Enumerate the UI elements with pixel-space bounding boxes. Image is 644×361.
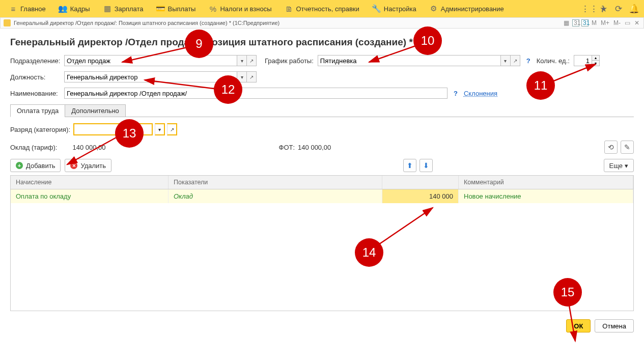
nav-nastroyka[interactable]: 🔧Настройка — [367, 0, 423, 17]
label-qty: Колич. ед.: — [537, 57, 570, 65]
chevron-down-icon: ▾ — [625, 162, 628, 170]
tab-extra[interactable]: Дополнительно — [65, 104, 126, 117]
qty-up-icon[interactable]: ▴ — [592, 55, 600, 61]
department-input[interactable] — [64, 55, 237, 66]
department-open-icon[interactable]: ↗ — [246, 55, 257, 66]
move-up-icon[interactable]: ⬆ — [403, 159, 416, 172]
people-icon: 👥 — [59, 5, 67, 13]
label-salary: Оклад (тариф): — [10, 144, 57, 151]
memory-mminus[interactable]: M- — [612, 19, 622, 26]
label-schedule: График работы: — [265, 57, 314, 65]
percent-icon: % — [209, 5, 217, 13]
more-button[interactable]: Еще▾ — [604, 159, 634, 172]
cancel-button[interactable]: Отмена — [595, 319, 634, 332]
schedule-input[interactable] — [318, 55, 501, 66]
doc-icon: 🗎 — [285, 5, 293, 13]
annotation-10: 10 — [413, 26, 442, 55]
label-position: Должность: — [10, 73, 60, 81]
nav-label: Главное — [20, 5, 46, 13]
cell-comment: Новое начисление — [459, 189, 633, 203]
position-input[interactable] — [64, 71, 237, 82]
calendar-icon[interactable]: 31 — [572, 19, 579, 26]
rank-open-icon[interactable]: ↗ — [167, 123, 177, 135]
col-comment: Комментарий — [459, 176, 633, 189]
col-accrual: Начисление — [11, 176, 169, 189]
schedule-dropdown-icon[interactable]: ▾ — [500, 55, 511, 66]
nav-label: Выплаты — [168, 5, 196, 13]
qty-input[interactable] — [574, 55, 592, 66]
qty-down-icon[interactable]: ▾ — [592, 61, 600, 66]
bell-icon[interactable]: 🔔 — [627, 4, 641, 14]
name-input[interactable] — [64, 88, 447, 99]
col-indicators: Показатели — [169, 176, 382, 189]
add-label: Добавить — [26, 162, 55, 170]
accrual-table: Начисление Показатели Комментарий Оплата… — [10, 175, 634, 311]
window-titlebar: Генеральный директор /Отдел продаж/: Поз… — [0, 17, 644, 29]
salary-value: 140 000,00 — [72, 144, 105, 151]
label-rank: Разряд (категория): — [10, 126, 70, 133]
annotation-11: 11 — [526, 71, 555, 100]
nav-label: Настройка — [384, 5, 416, 13]
label-fot: ФОТ: — [279, 144, 295, 151]
nav-label: Отчетность, справки — [296, 5, 359, 13]
label-name: Наименование: — [10, 90, 60, 97]
more-label: Еще — [609, 162, 623, 170]
menu-icon: ≡ — [9, 5, 17, 13]
nav-admin[interactable]: ⚙Администрирование — [424, 0, 510, 17]
annotation-15: 15 — [553, 278, 582, 307]
nav-nalogi[interactable]: %Налоги и взносы — [203, 0, 277, 17]
qty-spinner[interactable]: ▴▾ — [592, 55, 600, 66]
tab-pay[interactable]: Оплата труда — [10, 104, 65, 117]
window-minmax-icon[interactable]: ▭ — [624, 19, 631, 26]
sheet-icon[interactable]: ▦ — [563, 19, 570, 26]
calendar2-icon[interactable]: 31 — [581, 19, 589, 26]
name-help-icon[interactable]: ? — [452, 90, 460, 97]
nav-vyplaty[interactable]: 💳Выплаты — [151, 0, 202, 17]
declension-link[interactable]: Склонения — [464, 90, 497, 97]
star-icon[interactable]: ★ — [596, 4, 610, 14]
table-row[interactable]: Оплата по окладу Оклад 140 000 Новое нач… — [11, 189, 633, 203]
nav-zarplata[interactable]: ▦Зарплата — [97, 0, 150, 17]
cell-indicator: Оклад — [169, 189, 382, 203]
position-open-icon[interactable]: ↗ — [246, 71, 257, 82]
cell-accrual: Оплата по окладу — [11, 189, 169, 203]
edit-icon[interactable]: ✎ — [621, 141, 634, 154]
form-panel: Генеральный директор /Отдел продаж/: Поз… — [0, 29, 644, 311]
annotation-13: 13 — [115, 119, 144, 148]
dialog-footer: ОК Отмена — [0, 311, 644, 332]
nav-label: Налоги и взносы — [220, 5, 271, 13]
move-down-icon[interactable]: ⬇ — [419, 159, 433, 172]
tab-strip: Оплата труда Дополнительно — [10, 104, 634, 117]
nav-kadry[interactable]: 👥Кадры — [53, 0, 96, 17]
card-icon: 💳 — [157, 5, 165, 13]
gear-icon: ⚙ — [430, 5, 438, 13]
memory-mplus[interactable]: M+ — [600, 19, 610, 26]
annotation-14: 14 — [355, 238, 383, 267]
schedule-help-icon[interactable]: ? — [524, 57, 533, 65]
refresh-icon[interactable]: ⟲ — [604, 141, 618, 154]
apps-icon[interactable]: ⋮⋮⋮ — [581, 4, 595, 14]
department-dropdown-icon[interactable]: ▾ — [237, 55, 247, 66]
history-icon[interactable]: ⟳ — [611, 4, 626, 14]
nav-main[interactable]: ≡Главное — [3, 0, 52, 17]
window-close-icon[interactable]: ✕ — [633, 19, 640, 26]
main-menu: ≡Главное 👥Кадры ▦Зарплата 💳Выплаты %Нало… — [0, 0, 644, 17]
memory-m[interactable]: M — [591, 19, 598, 26]
ok-button[interactable]: ОК — [566, 319, 591, 332]
nav-label: Зарплата — [115, 5, 144, 13]
schedule-open-icon[interactable]: ↗ — [510, 55, 520, 66]
nav-otchet[interactable]: 🗎Отчетность, справки — [279, 0, 366, 17]
page-title: Генеральный директор /Отдел продаж/: Поз… — [10, 37, 634, 48]
annotation-9: 9 — [185, 30, 213, 58]
delete-button[interactable]: ×Удалить — [65, 159, 111, 172]
grid-icon: ▦ — [103, 5, 111, 13]
cell-amount[interactable]: 140 000 — [382, 189, 459, 203]
table-body[interactable]: Оплата по окладу Оклад 140 000 Новое нач… — [11, 189, 633, 311]
rank-dropdown-icon[interactable]: ▾ — [155, 123, 165, 135]
table-header: Начисление Показатели Комментарий — [11, 176, 633, 189]
app-logo-icon — [4, 19, 11, 26]
add-button[interactable]: +Добавить — [10, 159, 61, 172]
del-label: Удалить — [80, 162, 106, 170]
nav-label: Кадры — [70, 5, 90, 13]
fot-value: 140 000,00 — [298, 144, 331, 151]
